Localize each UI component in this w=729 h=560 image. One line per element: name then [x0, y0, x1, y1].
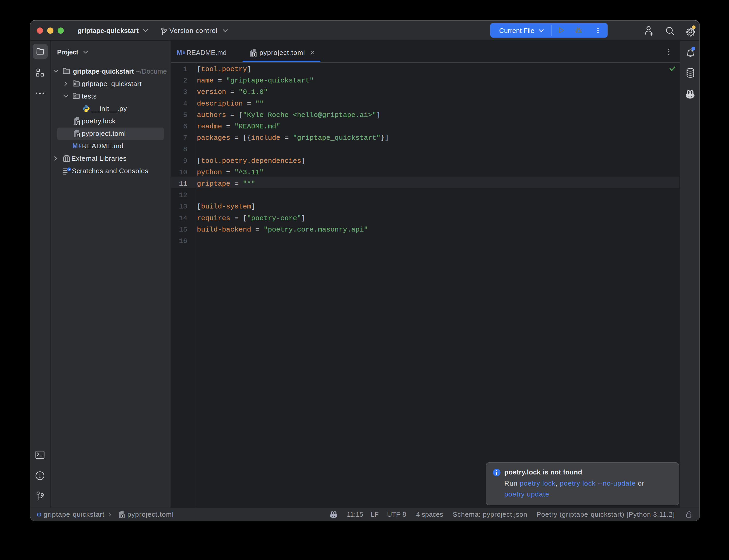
svg-text:M: M [177, 49, 182, 56]
svg-text:M: M [72, 142, 78, 149]
